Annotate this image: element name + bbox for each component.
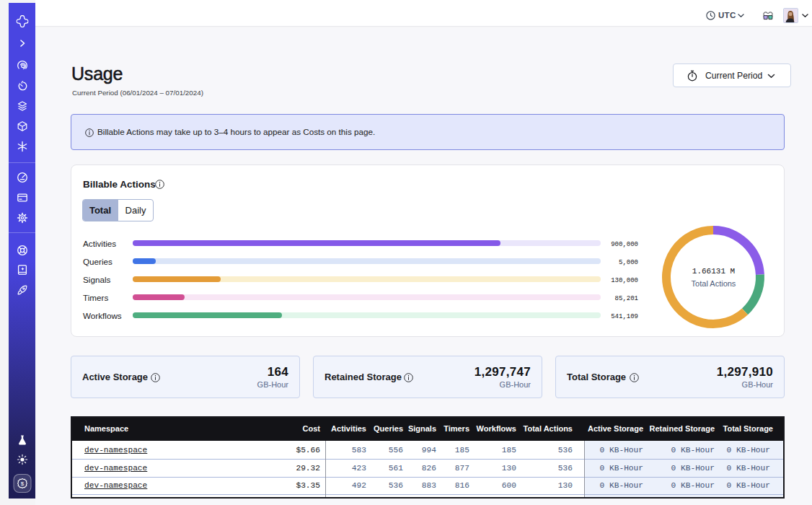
- svg-text:$: $: [20, 480, 24, 487]
